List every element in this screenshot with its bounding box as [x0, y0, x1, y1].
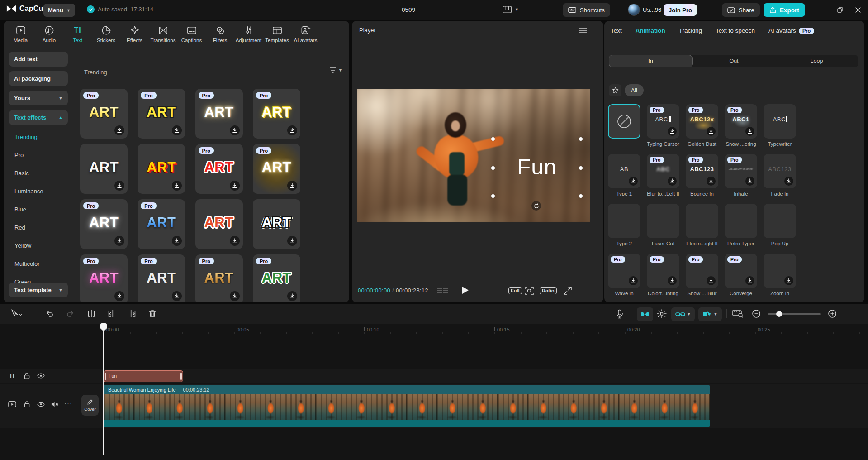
download-icon[interactable]	[230, 291, 240, 301]
user-avatar[interactable]	[628, 4, 640, 16]
download-icon[interactable]	[230, 181, 240, 191]
download-icon[interactable]	[114, 125, 124, 135]
tab-text-to-speech[interactable]: Text to speech	[716, 27, 755, 34]
snap-toggle-button[interactable]	[637, 307, 653, 321]
text-effect-tile-pink[interactable]: ProART	[80, 254, 128, 302]
download-icon[interactable]	[668, 177, 677, 186]
tab-animation[interactable]: Animation	[636, 27, 665, 34]
all-filter-button[interactable]: All	[625, 84, 644, 96]
segment-in[interactable]: In	[609, 55, 693, 67]
share-button[interactable]: Share	[722, 3, 760, 17]
download-icon[interactable]	[114, 181, 124, 191]
filter-button[interactable]: ▼	[329, 67, 342, 73]
zoom-slider-knob[interactable]	[776, 311, 782, 317]
download-icon[interactable]	[707, 127, 716, 136]
download-icon[interactable]	[668, 127, 677, 136]
download-icon[interactable]	[287, 125, 297, 135]
eye-icon[interactable]	[37, 373, 45, 379]
category-yellow[interactable]: Yellow	[4, 236, 75, 254]
text-template-button[interactable]: Text template▼	[9, 283, 68, 297]
select-tool-button[interactable]	[10, 309, 24, 319]
link-toggle-button[interactable]: ▼	[671, 307, 695, 321]
segment-out[interactable]: Out	[693, 55, 775, 67]
download-icon[interactable]	[230, 125, 240, 135]
speaker-icon[interactable]	[51, 401, 58, 408]
category-blue[interactable]: Blue	[4, 200, 75, 218]
text-effects-button[interactable]: Text effects▲	[9, 110, 68, 125]
download-icon[interactable]	[745, 127, 754, 136]
minimize-button[interactable]	[817, 5, 827, 15]
animation-tile-pop-up[interactable]	[764, 204, 796, 238]
eye-icon[interactable]	[37, 401, 45, 407]
download-icon[interactable]	[707, 276, 716, 285]
text-effect-tile-yellowline[interactable]: ProART	[138, 89, 185, 139]
timeline-scale-button[interactable]	[732, 309, 744, 318]
text-effect-tile-paper[interactable]: ProART	[138, 254, 185, 302]
menu-button[interactable]: Menu▼	[43, 4, 75, 17]
text-effect-tile-warmglow[interactable]: ProART	[195, 89, 243, 139]
yours-button[interactable]: Yours▼	[9, 91, 68, 105]
join-pro-button[interactable]: Join Pro	[664, 4, 697, 16]
animation-tile-golden-dust[interactable]: ABC12xPro	[686, 104, 718, 139]
lock-icon[interactable]	[24, 401, 30, 408]
text-selection-box[interactable]: Fun	[493, 139, 581, 196]
download-icon[interactable]	[172, 291, 182, 301]
delete-button[interactable]	[148, 309, 157, 318]
animation-tile-wave-in[interactable]: Pro	[608, 254, 640, 288]
overlay-text[interactable]: Fun	[493, 154, 581, 179]
download-icon[interactable]	[287, 291, 297, 301]
zoom-out-button[interactable]	[752, 309, 761, 318]
full-button[interactable]: Full	[508, 287, 522, 294]
close-button[interactable]	[853, 5, 863, 15]
animation-tile-type-1[interactable]: AB	[608, 154, 640, 188]
download-icon[interactable]	[172, 125, 182, 135]
download-icon[interactable]	[629, 177, 638, 186]
ratio-button[interactable]: Ratio	[540, 287, 557, 294]
tab-ai-avatars[interactable]: AI avatars	[291, 21, 320, 47]
edit-cover-button[interactable]: Cover	[81, 395, 99, 416]
animation-tile-retro-typer[interactable]	[725, 204, 757, 238]
tab-adjustment[interactable]: Adjustment	[234, 21, 263, 47]
download-icon[interactable]	[745, 177, 754, 186]
timeline-zoom-slider[interactable]	[768, 313, 821, 315]
category-multicolor[interactable]: Multicolor	[4, 254, 75, 273]
tab-text[interactable]: Text	[611, 27, 622, 34]
lock-icon[interactable]	[24, 372, 30, 379]
category-red[interactable]: Red	[4, 218, 75, 236]
text-effect-tile-comic[interactable]: ART	[138, 144, 185, 194]
segment-loop[interactable]: Loop	[775, 55, 858, 67]
tab-audio[interactable]: Audio	[35, 21, 63, 47]
animation-tile-snow-blur[interactable]: Pro	[686, 254, 718, 288]
text-effect-tile-bronze[interactable]: ProART	[195, 254, 243, 302]
text-effect-tile-redstick[interactable]: ProART	[195, 144, 243, 194]
animation-tile-type-2[interactable]	[608, 204, 640, 238]
video-clip[interactable]: Beautiful Woman Enjoying Life 00:00:23:1…	[104, 385, 710, 427]
animation-tile-converge[interactable]: Pro	[725, 254, 757, 288]
auto-select-toggle-button[interactable]: ▼	[698, 307, 722, 321]
zoom-fit-button[interactable]	[525, 287, 534, 295]
delete-left-button[interactable]	[107, 309, 116, 318]
resize-handle[interactable]	[491, 166, 495, 170]
favorites-filter-button[interactable]	[609, 84, 621, 96]
text-effect-tile-yellowglow[interactable]: ProART	[253, 89, 300, 139]
maximize-button[interactable]	[835, 5, 845, 15]
tab-stickers[interactable]: Stickers	[92, 21, 120, 47]
animation-tile-electri-ight-ii[interactable]	[686, 204, 718, 238]
resize-handle[interactable]	[579, 194, 583, 198]
text-effect-tile-whiteglow[interactable]: ProART	[80, 199, 128, 249]
layout-switcher[interactable]: ▼	[502, 5, 519, 14]
fullscreen-button[interactable]	[564, 287, 572, 295]
animation-tile-typing-cursor[interactable]: ABCPro	[647, 104, 679, 139]
tab-transitions[interactable]: Transitions	[149, 21, 177, 47]
timeline-ruler[interactable]: 00:0000:0500:1000:1500:2000:25	[0, 324, 868, 336]
resize-handle[interactable]	[579, 166, 583, 170]
download-icon[interactable]	[230, 236, 240, 246]
download-icon[interactable]	[172, 236, 182, 246]
category-trending[interactable]: Trending	[4, 128, 75, 146]
add-text-button[interactable]: Add text	[9, 52, 68, 67]
animation-tile-inhale[interactable]: ABC123Pro	[725, 154, 757, 188]
download-icon[interactable]	[629, 276, 638, 285]
tab-effects[interactable]: Effects	[120, 21, 149, 47]
tab-filters[interactable]: Filters	[206, 21, 234, 47]
tab-text[interactable]: TIText	[63, 21, 92, 47]
